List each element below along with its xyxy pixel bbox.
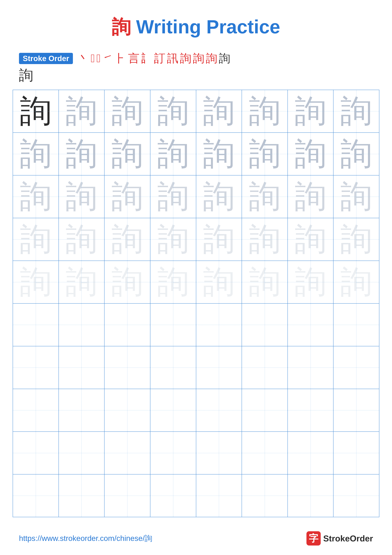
practice-char: 詢 xyxy=(249,179,280,214)
stroke-11: 詢 xyxy=(193,53,204,64)
grid-cell xyxy=(242,431,288,474)
grid-cell: 詢 xyxy=(333,261,379,303)
practice-char: 詢 xyxy=(66,179,97,214)
practice-char: 詢 xyxy=(295,222,326,257)
table-row: 詢 詢 詢 詢 詢 詢 詢 詢 xyxy=(13,90,379,132)
stroke-3: 𠃍 xyxy=(96,53,100,64)
stroke-order-chars: 丶 𠃌 𠃍 ㇀ ⺊ 言 訁 訂 訊 詢 詢 詢 詢 xyxy=(78,53,230,64)
grid-cell xyxy=(150,389,196,431)
practice-char: 詢 xyxy=(157,222,189,257)
practice-char: 詢 xyxy=(20,264,51,299)
grid-cell xyxy=(59,474,105,517)
stroke-13: 詢 xyxy=(219,53,230,64)
grid-cell: 詢 xyxy=(288,175,334,218)
grid-cell: 詢 xyxy=(333,90,379,132)
practice-char: 詢 xyxy=(66,94,97,129)
grid-cell: 詢 xyxy=(196,90,242,132)
grid-cell: 詢 xyxy=(333,218,379,261)
stroke-final-char: 詢 xyxy=(0,66,392,90)
grid-cell xyxy=(59,303,105,346)
grid-cell: 詢 xyxy=(333,132,379,175)
grid-cell xyxy=(196,474,242,517)
practice-char: 詢 xyxy=(203,94,235,129)
table-row xyxy=(13,474,379,517)
practice-char: 詢 xyxy=(341,94,372,129)
grid-cell xyxy=(288,431,334,474)
stroke-2: 𠃌 xyxy=(91,53,95,64)
stroke-10: 詢 xyxy=(180,53,191,64)
grid-cell: 詢 xyxy=(242,132,288,175)
grid-cell xyxy=(104,346,150,389)
practice-char: 詢 xyxy=(66,264,97,299)
grid-cell: 詢 xyxy=(150,175,196,218)
grid-cell xyxy=(333,389,379,431)
footer: https://www.strokeorder.com/chinese/詢 字 … xyxy=(0,531,392,546)
stroke-order-section: Stroke Order 丶 𠃌 𠃍 ㇀ ⺊ 言 訁 訂 訊 詢 詢 詢 詢 xyxy=(0,50,392,66)
table-row: 詢 詢 詢 詢 詢 詢 詢 詢 xyxy=(13,175,379,218)
grid-cell: 詢 xyxy=(104,90,150,132)
grid-cell xyxy=(150,303,196,346)
stroke-4: ㇀ xyxy=(102,53,114,64)
grid-cell: 詢 xyxy=(104,218,150,261)
grid-cell xyxy=(104,474,150,517)
grid-cell xyxy=(13,346,59,389)
grid-cell: 詢 xyxy=(104,132,150,175)
page-title: 詢 Writing Practice xyxy=(0,0,392,50)
grid-cell: 詢 xyxy=(333,175,379,218)
grid-cell: 詢 xyxy=(13,218,59,261)
title-text: Writing Practice xyxy=(131,16,280,37)
grid-cell xyxy=(333,431,379,474)
practice-char: 詢 xyxy=(249,222,280,257)
footer-logo-icon: 字 xyxy=(306,531,321,546)
practice-char: 詢 xyxy=(295,136,326,171)
grid-cell xyxy=(104,389,150,431)
practice-char: 詢 xyxy=(203,136,235,171)
grid-cell xyxy=(196,431,242,474)
grid-section: 詢 詢 詢 詢 詢 詢 詢 詢 詢 詢 詢 詢 詢 詢 詢 詢 詢 詢 詢 詢 … xyxy=(0,90,392,517)
practice-char: 詢 xyxy=(341,264,372,299)
grid-cell xyxy=(333,303,379,346)
grid-cell: 詢 xyxy=(242,261,288,303)
footer-logo: 字 StrokeOrder xyxy=(306,531,373,546)
stroke-8: 訂 xyxy=(154,53,165,64)
grid-cell: 詢 xyxy=(13,90,59,132)
practice-char: 詢 xyxy=(249,94,280,129)
grid-cell xyxy=(150,431,196,474)
grid-cell: 詢 xyxy=(196,261,242,303)
grid-cell: 詢 xyxy=(13,132,59,175)
practice-char: 詢 xyxy=(20,222,51,257)
grid-cell: 詢 xyxy=(59,90,105,132)
practice-char: 詢 xyxy=(66,222,97,257)
grid-cell xyxy=(13,303,59,346)
grid-cell xyxy=(242,346,288,389)
table-row: 詢 詢 詢 詢 詢 詢 詢 詢 xyxy=(13,261,379,303)
grid-cell: 詢 xyxy=(288,261,334,303)
grid-cell xyxy=(288,389,334,431)
grid-cell xyxy=(196,389,242,431)
practice-char: 詢 xyxy=(157,179,189,214)
table-row xyxy=(13,389,379,431)
grid-cell: 詢 xyxy=(104,261,150,303)
grid-cell xyxy=(242,389,288,431)
grid-cell: 詢 xyxy=(288,218,334,261)
practice-char: 詢 xyxy=(112,222,143,257)
grid-cell xyxy=(288,474,334,517)
grid-cell xyxy=(242,474,288,517)
stroke-1: 丶 xyxy=(78,53,89,64)
grid-cell: 詢 xyxy=(242,90,288,132)
footer-logo-text: StrokeOrder xyxy=(323,533,373,543)
practice-char: 詢 xyxy=(341,136,372,171)
practice-char: 詢 xyxy=(157,136,189,171)
grid-cell: 詢 xyxy=(150,218,196,261)
practice-char: 詢 xyxy=(157,94,189,129)
grid-cell xyxy=(196,346,242,389)
grid-cell xyxy=(333,474,379,517)
practice-char: 詢 xyxy=(341,179,372,214)
grid-cell xyxy=(104,303,150,346)
stroke-5: ⺊ xyxy=(115,53,127,64)
practice-char: 詢 xyxy=(20,136,51,171)
stroke-7: 訁 xyxy=(141,53,152,64)
grid-cell xyxy=(59,431,105,474)
practice-char: 詢 xyxy=(112,94,143,129)
grid-cell xyxy=(13,431,59,474)
